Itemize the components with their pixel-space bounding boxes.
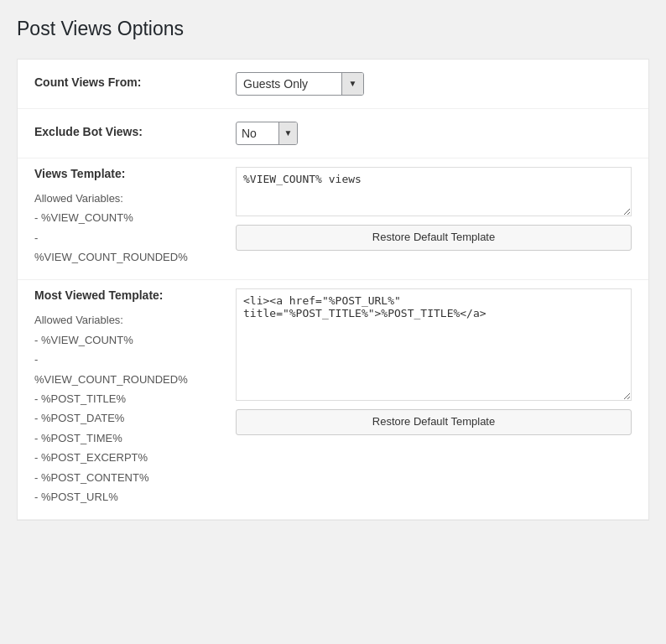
most-viewed-var-post-url: - %POST_URL% [34, 491, 118, 503]
most-viewed-var-post-title: - %POST_TITLE% [34, 392, 126, 405]
most-viewed-template-right: <li><a href="%POST_URL%" title="%POST_TI… [236, 288, 632, 435]
most-viewed-var-post-date: - %POST_DATE% [34, 412, 124, 424]
views-var-view-count-rounded: %VIEW_COUNT_ROUNDED% [34, 251, 188, 263]
most-viewed-template-left: Most Viewed Template: Allowed Variables:… [34, 288, 236, 506]
count-views-select[interactable]: Everyone Guests Only Registered Users [237, 74, 341, 94]
count-views-row: Count Views From: Everyone Guests Only R… [18, 60, 648, 109]
views-var-view-count: - %VIEW_COUNT% [34, 211, 133, 224]
views-template-allowed-vars: Allowed Variables: - %VIEW_COUNT% - %VIE… [34, 189, 236, 267]
most-viewed-template-textarea[interactable]: <li><a href="%POST_URL%" title="%POST_TI… [236, 288, 632, 401]
most-viewed-var-view-count: - %VIEW_COUNT% [34, 334, 133, 346]
most-viewed-var-dash: - [34, 353, 38, 366]
most-viewed-allowed-vars: Allowed Variables: - %VIEW_COUNT% - %VIE… [34, 310, 236, 506]
exclude-bot-label: Exclude Bot Views: [34, 122, 236, 138]
count-views-label: Count Views From: [34, 72, 236, 89]
views-template-left: Views Template: Allowed Variables: - %VI… [34, 167, 236, 267]
count-views-arrow-icon[interactable]: ▼ [341, 73, 363, 95]
most-viewed-template-row: Most Viewed Template: Allowed Variables:… [18, 280, 648, 520]
most-viewed-restore-button[interactable]: Restore Default Template [236, 409, 632, 435]
exclude-bot-arrow-icon[interactable]: ▼ [278, 122, 297, 144]
views-restore-button[interactable]: Restore Default Template [236, 225, 632, 251]
page-title: Post Views Options [17, 17, 649, 42]
views-template-label: Views Template: [34, 167, 236, 180]
exclude-bot-select-wrapper[interactable]: No Yes ▼ [236, 122, 298, 145]
most-viewed-var-post-excerpt: - %POST_EXCERPT% [34, 451, 148, 464]
exclude-bot-row: Exclude Bot Views: No Yes ▼ [18, 109, 648, 158]
exclude-bot-control: No Yes ▼ [236, 122, 632, 145]
exclude-bot-select[interactable]: No Yes [237, 123, 278, 143]
views-template-textarea[interactable]: %VIEW_COUNT% views [236, 167, 632, 216]
most-viewed-var-view-count-rounded: %VIEW_COUNT_ROUNDED% [34, 373, 188, 386]
views-allowed-label: Allowed Variables: [34, 192, 123, 205]
count-views-select-wrapper[interactable]: Everyone Guests Only Registered Users ▼ [236, 72, 364, 96]
count-views-control: Everyone Guests Only Registered Users ▼ [236, 72, 632, 96]
views-template-row: Views Template: Allowed Variables: - %VI… [18, 158, 648, 281]
options-container: Count Views From: Everyone Guests Only R… [17, 59, 649, 521]
most-viewed-allowed-label: Allowed Variables: [34, 314, 123, 326]
views-var-dash: - [34, 231, 38, 244]
views-template-right: %VIEW_COUNT% views Restore Default Templ… [236, 167, 632, 251]
most-viewed-var-post-content: - %POST_CONTENT% [34, 471, 149, 484]
most-viewed-template-label: Most Viewed Template: [34, 288, 236, 302]
most-viewed-var-post-time: - %POST_TIME% [34, 432, 122, 444]
